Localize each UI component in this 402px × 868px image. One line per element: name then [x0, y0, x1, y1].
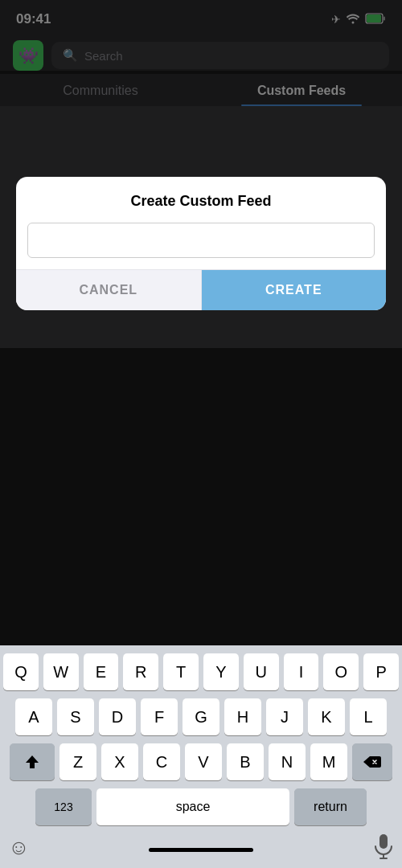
key-e[interactable]: E: [84, 653, 119, 690]
key-g[interactable]: G: [183, 698, 219, 735]
keyboard: Q W E R T Y U I O P A S D F G H J K L Z …: [0, 645, 402, 868]
key-d[interactable]: D: [99, 698, 136, 735]
space-key[interactable]: space: [96, 788, 289, 825]
key-c[interactable]: C: [143, 743, 180, 780]
key-u[interactable]: U: [244, 653, 279, 690]
num-key[interactable]: 123: [35, 788, 92, 825]
keyboard-row-3: Z X C V B N M: [3, 743, 399, 780]
key-h[interactable]: H: [224, 698, 261, 735]
key-p[interactable]: P: [363, 653, 399, 690]
key-o[interactable]: O: [323, 653, 359, 690]
keyboard-row-2: A S D F G H J K L: [3, 698, 399, 735]
keyboard-bottom: ☺: [3, 833, 399, 868]
key-w[interactable]: W: [43, 653, 79, 690]
key-q[interactable]: Q: [3, 653, 39, 690]
key-m[interactable]: M: [310, 743, 347, 780]
key-i[interactable]: I: [284, 653, 319, 690]
feed-name-input[interactable]: [27, 223, 375, 258]
create-button[interactable]: CREATE: [202, 270, 387, 310]
key-t[interactable]: T: [163, 653, 199, 690]
key-s[interactable]: S: [57, 698, 94, 735]
key-z[interactable]: Z: [59, 743, 96, 780]
key-j[interactable]: J: [266, 698, 303, 735]
key-a[interactable]: A: [15, 698, 52, 735]
svg-rect-4: [379, 834, 388, 849]
keyboard-row-4: 123 space return: [3, 788, 399, 825]
create-feed-dialog: Create Custom Feed CANCEL CREATE: [16, 177, 386, 310]
key-y[interactable]: Y: [203, 653, 239, 690]
dialog-title: Create Custom Feed: [16, 177, 386, 223]
key-n[interactable]: N: [269, 743, 306, 780]
dialog-input-container: [16, 223, 386, 269]
key-v[interactable]: V: [185, 743, 222, 780]
emoji-key[interactable]: ☺: [8, 835, 30, 860]
key-k[interactable]: K: [308, 698, 345, 735]
key-f[interactable]: F: [141, 698, 178, 735]
dialog-buttons: CANCEL CREATE: [16, 269, 386, 310]
shift-key[interactable]: [10, 743, 55, 780]
keyboard-row-1: Q W E R T Y U I O P: [3, 653, 399, 690]
cancel-button[interactable]: CANCEL: [16, 270, 202, 310]
return-key[interactable]: return: [294, 788, 367, 825]
home-indicator: [149, 848, 253, 852]
mic-key[interactable]: [373, 833, 394, 862]
key-l[interactable]: L: [350, 698, 387, 735]
key-r[interactable]: R: [123, 653, 158, 690]
key-b[interactable]: B: [227, 743, 264, 780]
backspace-key[interactable]: [352, 743, 392, 780]
key-x[interactable]: X: [101, 743, 138, 780]
